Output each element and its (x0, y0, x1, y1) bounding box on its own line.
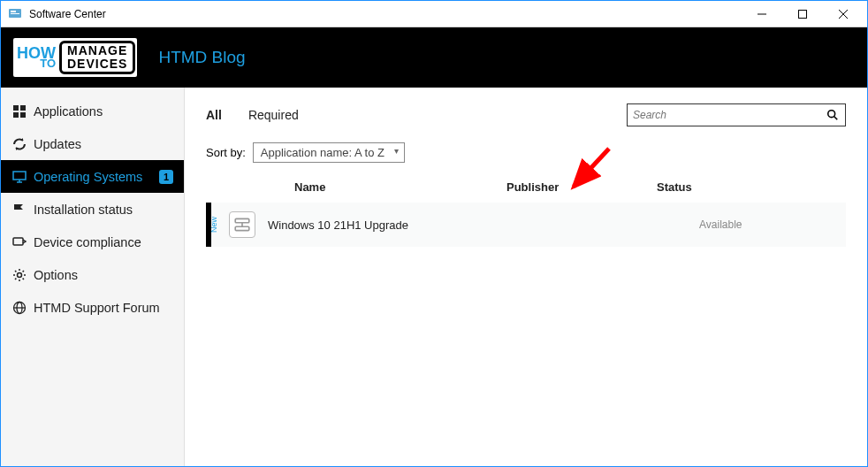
sidebar-item-support-forum[interactable]: HTMD Support Forum (1, 291, 184, 324)
filter-required[interactable]: Required (248, 108, 299, 122)
svg-rect-10 (20, 112, 26, 118)
main-panel: All Required Sort by: Application name: … (185, 88, 867, 466)
logo-text: MANAGE (67, 44, 127, 57)
sidebar-item-label: HTMD Support Forum (34, 301, 160, 315)
header-banner: HOW TO MANAGE DEVICES HTMD Blog (1, 27, 867, 88)
logo-left: HOW TO (15, 47, 57, 69)
sidebar-item-options[interactable]: Options (1, 258, 184, 291)
column-publisher: Publisher (506, 180, 657, 194)
app-icon (8, 7, 22, 21)
sidebar-item-applications[interactable]: Applications (1, 95, 184, 127)
titlebar: Software Center (1, 1, 867, 27)
sidebar-item-label: Device compliance (34, 235, 141, 249)
svg-point-15 (17, 272, 21, 277)
grid-icon (11, 103, 27, 119)
close-button[interactable] (823, 2, 864, 27)
window-title: Software Center (29, 8, 742, 20)
column-status: Status (657, 180, 846, 194)
column-name: Name (206, 180, 506, 194)
search-box[interactable] (627, 103, 846, 126)
svg-rect-2 (11, 13, 19, 14)
sidebar-item-device-compliance[interactable]: Device compliance (1, 226, 184, 258)
sidebar-item-label: Options (34, 268, 78, 282)
svg-line-20 (834, 117, 838, 120)
sidebar-item-label: Installation status (34, 203, 133, 217)
sidebar-item-installation-status[interactable]: Installation status (1, 193, 184, 226)
svg-rect-11 (13, 172, 26, 180)
logo: HOW TO MANAGE DEVICES (11, 36, 139, 79)
svg-rect-22 (235, 226, 249, 230)
new-badge: New (209, 217, 222, 233)
globe-icon (11, 300, 27, 315)
row-name: Windows 10 21H1 Upgrade (268, 218, 533, 232)
gear-icon (11, 267, 27, 282)
sort-row: Sort by: Application name: A to Z (206, 142, 846, 163)
sidebar-item-operating-systems[interactable]: Operating Systems 1 (1, 160, 184, 193)
content: Applications Updates Operating Systems 1… (1, 88, 867, 466)
sidebar-badge: 1 (159, 170, 173, 184)
svg-rect-7 (13, 105, 19, 111)
search-input[interactable] (633, 109, 826, 121)
sidebar-item-updates[interactable]: Updates (1, 127, 184, 160)
header-title: HTMD Blog (158, 48, 245, 67)
window-controls (742, 2, 864, 27)
sidebar-item-label: Applications (34, 104, 103, 119)
list-header: Name Publisher Status (206, 175, 846, 203)
sort-label: Sort by: (206, 146, 246, 159)
row-status: Available (683, 218, 846, 231)
svg-rect-9 (13, 112, 19, 118)
logo-text: DEVICES (67, 57, 127, 71)
list-item[interactable]: New Windows 10 21H1 Upgrade Available (206, 203, 846, 247)
flag-icon (11, 202, 27, 217)
maximize-button[interactable] (782, 2, 823, 27)
monitor-icon (11, 169, 27, 184)
shield-icon (11, 234, 27, 249)
sort-selected: Application name: A to Z (261, 146, 385, 159)
sidebar: Applications Updates Operating Systems 1… (1, 88, 185, 466)
refresh-icon (11, 136, 27, 151)
sort-select[interactable]: Application name: A to Z (253, 142, 405, 163)
filter-row: All Required (206, 103, 846, 126)
svg-rect-4 (799, 10, 807, 18)
minimize-button[interactable] (742, 2, 782, 27)
svg-rect-14 (13, 238, 23, 245)
task-sequence-icon (229, 211, 255, 238)
svg-rect-8 (20, 105, 26, 111)
svg-point-19 (828, 111, 835, 118)
svg-rect-1 (11, 11, 16, 12)
sidebar-item-label: Updates (34, 137, 81, 151)
sidebar-item-label: Operating Systems (34, 170, 142, 184)
filter-all[interactable]: All (206, 108, 222, 122)
svg-rect-21 (235, 218, 249, 222)
search-icon[interactable] (826, 109, 840, 121)
logo-right: MANAGE DEVICES (59, 41, 135, 73)
